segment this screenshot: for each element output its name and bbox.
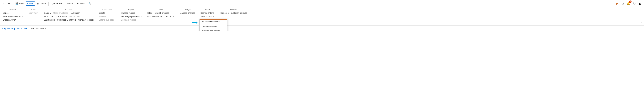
- dropdown-item-technical-scores[interactable]: Technical scores: [200, 24, 227, 29]
- group-title-view: View: [146, 9, 175, 11]
- extend-dropdown-arrow: ∨: [114, 19, 116, 21]
- toolbar-right: ⊗ ⧉ 🔔 0 ↻ ⊡: [614, 1, 643, 6]
- status-separator: |: [29, 27, 29, 30]
- ribbon-item-evaluation[interactable]: Evaluation: [70, 12, 81, 15]
- view-row-1: Totals Overall process: [146, 12, 175, 15]
- status-dropdown-arrow: ∨: [50, 12, 51, 14]
- view-scores-dropdown-container: View scores ∨ Qualification scores: [200, 15, 215, 18]
- ribbon-item-evaluation-report[interactable]: Evaluation report: [146, 15, 163, 18]
- ribbon-item-create[interactable]: Create: [98, 12, 116, 15]
- ribbon-item-totals[interactable]: Totals: [146, 12, 153, 15]
- ribbon-item-open-envelopes[interactable]: Open envelopes: [53, 12, 69, 15]
- ribbon-item-rfq-journals[interactable]: Request for quotation journals: [219, 12, 248, 15]
- ribbon-item-commercial-analysis[interactable]: Commercial analysis: [56, 18, 76, 21]
- ribbon-item-finalise[interactable]: Finalise: [98, 15, 116, 18]
- ribbon-group-view: View Totals Overall process Evaluation r…: [144, 7, 177, 25]
- group-content-view: Totals Overall process Evaluation report…: [146, 12, 175, 25]
- ribbon-group-process: Process Status ∨ Open envelopes Evaluati…: [41, 7, 96, 25]
- ribbon-collapse-button[interactable]: ∧: [641, 21, 643, 24]
- group-content-maintain: Cancel Send email notification Create ac…: [2, 12, 24, 25]
- group-content-replies: Manage replies Set RFQ reply defaults Co…: [120, 12, 142, 25]
- refresh-icon: ↻: [633, 2, 636, 6]
- dropdown-item-qualification-scores[interactable]: Qualification scores: [200, 19, 227, 24]
- ribbon-group-replies: Replies Manage replies Set RFQ reply def…: [118, 7, 144, 25]
- group-title-process: Process: [43, 9, 94, 11]
- ribbon-item-contract-request[interactable]: Contract request: [78, 18, 94, 21]
- menu-icon: ☰: [8, 2, 10, 5]
- ribbon-group-maintain: Maintain Cancel Send email notification …: [0, 7, 26, 25]
- group-title-amendment: Amendment: [98, 9, 116, 11]
- settings-icon: ⊗: [616, 2, 618, 6]
- ribbon-item-recommend[interactable]: Recommend: [69, 15, 82, 18]
- ribbon-item-send-email[interactable]: Send email notification: [2, 15, 24, 18]
- fullscreen-icon: ⧉: [622, 2, 624, 5]
- save-button[interactable]: 💾 Save: [14, 2, 25, 6]
- process-row-2: Send Technical analysis Recommend: [43, 15, 94, 18]
- view-scores-dropdown-menu: Qualification scores Technical scores Co…: [200, 19, 227, 31]
- delete-button[interactable]: 🗑 Delete: [36, 2, 47, 6]
- back-icon: ←: [2, 2, 5, 5]
- ribbon-group-score: Score Scoring criteria View scores ∨: [198, 7, 217, 25]
- ribbon-item-manage-charges[interactable]: Manage charges: [179, 12, 196, 15]
- close-browser-icon: ⊡: [639, 2, 642, 6]
- back-button[interactable]: ←: [1, 2, 6, 6]
- nav-tabs: Quotation General Options: [50, 1, 86, 6]
- ribbon-item-compare-replies[interactable]: Compare replies: [120, 18, 142, 21]
- group-content-copy: Copy from: [28, 12, 39, 25]
- ribbon-item-manage-replies[interactable]: Manage replies: [120, 12, 142, 15]
- group-content-score: Scoring criteria View scores ∨ Q: [200, 12, 215, 25]
- close-browser-button[interactable]: ⊡: [638, 1, 643, 6]
- group-content-process: Status ∨ Open envelopes Evaluation Send …: [43, 12, 94, 25]
- ribbon-item-cancel[interactable]: Cancel: [2, 12, 24, 15]
- ribbon-item-create-activity[interactable]: Create activity: [2, 18, 24, 21]
- ribbon-item-qualification[interactable]: Qualification: [43, 18, 56, 21]
- tab-options[interactable]: Options: [75, 1, 86, 6]
- ribbon-item-send[interactable]: Send: [43, 15, 49, 18]
- ribbon-item-overall-process[interactable]: Overall process: [154, 12, 170, 15]
- group-title-maintain: Maintain: [2, 9, 24, 11]
- save-icon: 💾: [16, 2, 18, 5]
- ribbon-item-copy-from[interactable]: Copy from: [28, 12, 39, 15]
- ribbon-item-extend-due-date[interactable]: Extend due date ∨: [98, 18, 116, 21]
- fullscreen-button[interactable]: ⧉: [620, 1, 625, 6]
- ribbon: Maintain Cancel Send email notification …: [0, 7, 644, 25]
- settings-button[interactable]: ⊗: [614, 1, 619, 6]
- status-bar: Request for quotation case | Standard vi…: [0, 25, 644, 31]
- ribbon-item-doi-report[interactable]: DOI report: [164, 15, 175, 18]
- search-button[interactable]: 🔍: [87, 2, 92, 6]
- ribbon-group-amendment: Amendment Create Finalise Extend due dat…: [96, 7, 118, 25]
- ribbon-group-copy: Copy Copy from: [26, 7, 41, 25]
- new-button[interactable]: + New: [26, 2, 35, 6]
- view-scores-dropdown-arrow: ∨: [212, 16, 214, 18]
- group-title-charges: Charges: [179, 9, 196, 11]
- group-title-copy: Copy: [28, 9, 39, 11]
- group-content-charges: Manage charges: [179, 12, 196, 25]
- group-title-score: Score: [200, 9, 215, 11]
- group-title-replies: Replies: [120, 9, 142, 11]
- ribbon-item-status[interactable]: Status ∨: [43, 12, 52, 15]
- ribbon-item-scoring-criteria[interactable]: Scoring criteria: [200, 12, 215, 15]
- process-row-1: Status ∨ Open envelopes Evaluation: [43, 12, 94, 15]
- breadcrumb-link[interactable]: Request for quotation case: [2, 27, 28, 30]
- view-row-2: Evaluation report DOI report: [146, 15, 175, 18]
- tab-quotation[interactable]: Quotation: [50, 1, 64, 6]
- view-dropdown-arrow: ∨: [44, 27, 46, 30]
- search-icon: 🔍: [88, 2, 91, 5]
- tab-general[interactable]: General: [64, 1, 75, 6]
- process-row-3: Qualification Commercial analysis Contra…: [43, 18, 94, 21]
- notification-badge: 0: [629, 1, 632, 3]
- ribbon-item-set-rfq-reply-defaults[interactable]: Set RFQ reply defaults: [120, 15, 142, 18]
- standard-view-selector[interactable]: Standard view ∨: [31, 27, 46, 30]
- group-title-journals: Journals: [219, 9, 248, 11]
- delete-icon: 🗑: [37, 2, 39, 5]
- dropdown-item-commercial-scores[interactable]: Commercial scores: [200, 29, 227, 31]
- refresh-button[interactable]: ↻: [632, 1, 637, 6]
- group-content-amendment: Create Finalise Extend due date ∨: [98, 12, 116, 25]
- new-icon: +: [27, 2, 28, 5]
- ribbon-item-technical-analysis[interactable]: Technical analysis: [50, 15, 68, 18]
- ribbon-item-view-scores[interactable]: View scores ∨: [200, 15, 215, 18]
- main-toolbar: ← ☰ 💾 Save + New 🗑 Delete Quotation Gene…: [0, 0, 644, 7]
- ribbon-group-charges: Charges Manage charges: [177, 7, 198, 25]
- menu-button[interactable]: ☰: [7, 2, 11, 6]
- notification-wrapper: 🔔 0: [626, 1, 631, 6]
